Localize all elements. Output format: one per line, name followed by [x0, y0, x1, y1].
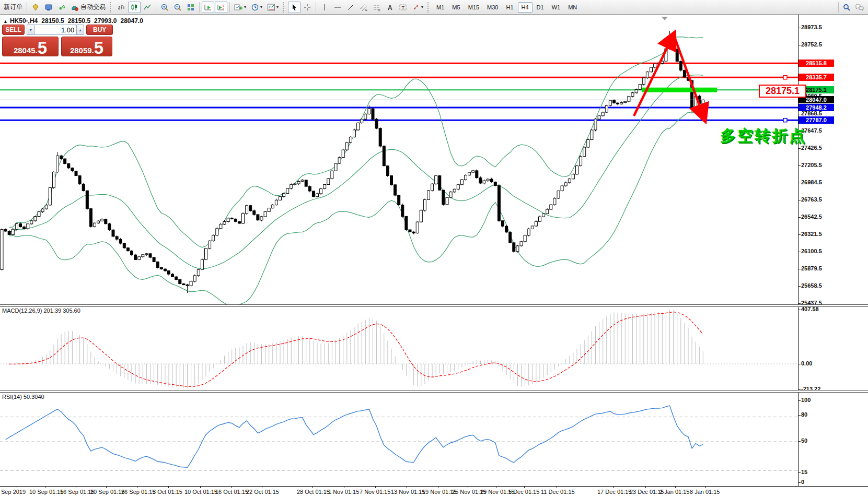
bar-chart-mode-button[interactable]	[115, 2, 128, 13]
time-tick	[200, 486, 201, 488]
chart-shift-button[interactable]	[215, 2, 227, 13]
horizontal-line-tool-button[interactable]	[331, 2, 344, 13]
cursor-tool-button[interactable]	[288, 2, 300, 13]
time-tick	[76, 486, 76, 488]
time-label: 16 Oct 01:15	[215, 489, 248, 495]
crosshair-tool-button[interactable]	[301, 2, 314, 13]
time-tick	[45, 486, 45, 488]
autotrading-button[interactable]: 自动交易	[68, 2, 108, 13]
fibonacci-tool-button[interactable]: F	[371, 2, 383, 13]
axis-tick	[798, 165, 801, 166]
time-tick	[137, 486, 137, 488]
time-label: 7 Nov 01:15	[360, 489, 390, 495]
time-label: 19 Nov 01:15	[422, 489, 456, 495]
time-label: 17 Dec 01:15	[597, 489, 631, 495]
buy-price-main: 28059	[70, 46, 92, 54]
axis-tick	[798, 200, 801, 200]
tab-h4[interactable]: H4	[518, 2, 533, 13]
tab-mn[interactable]: MN	[564, 2, 581, 13]
text-tool-button[interactable]: A	[384, 2, 396, 13]
zoom-out-button[interactable]	[171, 2, 184, 13]
price-badge: 27787.0	[798, 116, 834, 124]
time-tick	[17, 486, 17, 488]
search-icon	[842, 3, 851, 11]
gem-icon	[31, 3, 40, 11]
new-order-button[interactable]: 新订单	[2, 2, 25, 13]
gem-icon-button[interactable]	[29, 2, 42, 13]
rsi-label: RSI(14) 50.3040	[2, 394, 44, 400]
tab-m30[interactable]: M30	[483, 2, 502, 13]
rsi-tick-label: 80	[801, 411, 807, 418]
price-tick-label: 25658.5	[801, 282, 822, 289]
buy-price-pip: 5	[94, 41, 103, 54]
candlestick-mode-button[interactable]	[128, 2, 141, 13]
time-tick	[468, 486, 468, 488]
tile-windows-button[interactable]	[184, 2, 197, 13]
line-chart-mode-button[interactable]	[141, 2, 154, 13]
buy-price[interactable]: 28059.5	[61, 37, 112, 56]
new-chart-icon	[234, 3, 243, 11]
volume-input[interactable]	[34, 25, 76, 35]
axis-tick	[798, 303, 801, 304]
auto-scroll-button[interactable]	[202, 2, 214, 13]
price-tick-label: 25879.5	[801, 265, 822, 271]
price-tick-label: 26763.5	[801, 196, 822, 203]
tab-h1[interactable]: H1	[502, 2, 517, 13]
tab-d1[interactable]: D1	[533, 2, 548, 13]
time-tick	[375, 486, 376, 488]
chart-title: ▲HK50-,H428150.528150.527993.028047.0	[3, 17, 147, 25]
time-tick	[524, 486, 525, 488]
toolbar-drag-handle[interactable]	[283, 2, 285, 13]
panel-resize-bar[interactable]	[0, 390, 868, 393]
panel-resize-bar[interactable]	[0, 304, 868, 307]
templates-button[interactable]: ▾	[265, 2, 281, 13]
price-badge: 28515.8	[798, 60, 834, 67]
periods-button[interactable]: ▾	[249, 2, 264, 13]
time-label: 13 Nov 01:15	[391, 489, 425, 495]
time-tick	[496, 486, 496, 488]
chat-button[interactable]	[853, 2, 866, 13]
price-annotation-box[interactable]: 28175.1	[759, 85, 806, 98]
new-chart-button[interactable]: ▾	[232, 2, 248, 13]
tab-m1[interactable]: M1	[433, 2, 448, 13]
chat-icon	[855, 3, 864, 11]
crosshair-icon	[303, 3, 311, 11]
terminal-button[interactable]	[42, 2, 55, 13]
channel-tool-button[interactable]: E	[357, 2, 370, 13]
time-tick	[557, 486, 557, 488]
signals-button[interactable]	[55, 2, 68, 13]
vertical-line-tool-button[interactable]	[318, 2, 331, 13]
time-label: 3 Oct 01:15	[153, 489, 182, 495]
bar-chart-icon	[117, 3, 125, 11]
time-label: Sep 2019	[1, 489, 26, 495]
vertical-line-icon	[321, 3, 328, 11]
chevron-down-icon: ▾	[276, 5, 279, 9]
tab-m15[interactable]: M15	[465, 2, 483, 13]
volume-increase-button[interactable]: ▲	[76, 25, 84, 35]
rsi-tick-label: 100	[801, 397, 811, 403]
macd-histogram	[2, 310, 703, 388]
toolbar-drag-handle[interactable]	[427, 2, 430, 13]
sell-button[interactable]: SELL	[2, 25, 25, 35]
arrows-tool-button[interactable]: ▾	[410, 2, 425, 13]
volume-decrease-button[interactable]: ▼	[27, 25, 34, 35]
tab-m5[interactable]: M5	[448, 2, 464, 13]
trendline-tool-button[interactable]	[344, 2, 357, 13]
collapse-arrow-icon[interactable]: ▲	[3, 19, 8, 24]
text-label-tool-button[interactable]: T	[397, 2, 409, 13]
tab-w1[interactable]: W1	[548, 2, 564, 13]
search-button[interactable]	[840, 2, 853, 13]
time-tick	[106, 486, 107, 488]
main-chart-canvas[interactable]	[0, 15, 798, 304]
zoom-in-button[interactable]	[158, 2, 171, 13]
buy-button[interactable]: BUY	[86, 25, 113, 35]
sell-price[interactable]: 28045.5	[2, 37, 59, 56]
rsi-panel-canvas[interactable]	[0, 391, 798, 486]
macd-panel-canvas[interactable]	[0, 305, 798, 390]
time-tick	[262, 486, 262, 488]
price-tick-label: 26984.5	[801, 179, 822, 185]
one-click-trading-panel: SELL ▼ ▲ BUY 28045.5 28059.5	[2, 25, 113, 56]
toolbar-separator	[838, 2, 839, 13]
toolbar-drag-handle[interactable]	[110, 2, 112, 13]
fibonacci-icon: F	[373, 3, 381, 11]
